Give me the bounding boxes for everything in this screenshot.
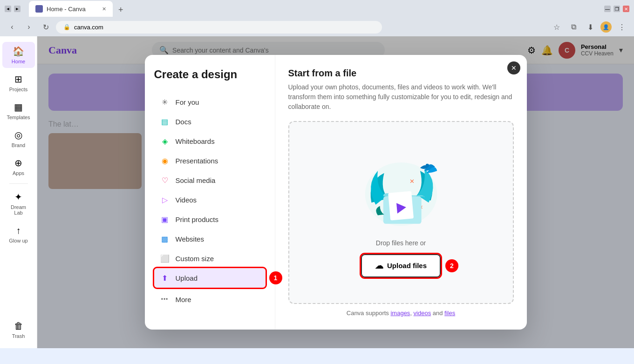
sidebar-item-trash[interactable]: 🗑 Trash [2,317,35,343]
for-you-icon: ✳ [160,97,170,107]
forward-btn[interactable]: › [22,20,35,34]
modal-overlay[interactable]: ✕ Create a design ✳ For you ▤ Docs ◈ [37,36,634,348]
url-input[interactable] [74,24,375,31]
browser-forward-btn[interactable]: ► [14,6,20,12]
presentations-label: Presentations [176,157,218,165]
print-products-icon: ▣ [160,214,170,224]
menu-item-videos[interactable]: ▷ Videos [154,190,266,209]
websites-label: Websites [176,235,204,243]
sidebar-divider [9,183,28,184]
annotation-1: 1 [269,271,282,284]
browser-titlebar: ◄ ► Home - Canva ✕ + — ❐ ✕ [0,0,634,18]
brand-icon: ◎ [13,129,24,141]
menu-item-more[interactable]: ••• More [154,290,266,309]
tab-favicon [35,5,43,13]
drop-zone-text: Drop files here or [376,239,426,247]
profile-btn[interactable]: 👤 [600,21,612,33]
browser-chrome: ◄ ► Home - Canva ✕ + — ❐ ✕ ‹ › ↻ 🔒 ☆ ⧉ [0,0,634,36]
menu-item-social-media[interactable]: ♡ Social media [154,170,266,190]
sidebar-item-dreamlab[interactable]: ✦ Dream Lab [2,188,35,219]
reload-btn[interactable]: ↻ [39,20,52,34]
upload-illustration: ✕ ✕ ✕ [354,148,448,232]
dreamlab-icon: ✦ [13,191,24,202]
menu-item-whiteboards[interactable]: ◈ Whiteboards [154,131,266,151]
sidebar-item-home-label: Home [12,59,25,64]
more-label: More [176,296,191,303]
modal-title: Create a design [154,68,266,81]
browser-back-btn[interactable]: ◄ [5,6,11,12]
projects-icon: ⊞ [13,74,24,85]
social-media-icon: ♡ [160,175,170,185]
upload-drop-zone[interactable]: ✕ ✕ ✕ [288,121,514,304]
support-files-link[interactable]: files [444,310,455,317]
home-icon: 🏠 [13,46,24,57]
social-media-label: Social media [176,176,216,184]
svg-text:✕: ✕ [409,178,415,185]
section-title: Start from a file [288,68,514,79]
videos-icon: ▷ [160,195,170,205]
sidebar-item-glowup-label: Glow up [9,238,27,243]
browser-toolbar: ‹ › ↻ 🔒 ☆ ⧉ ⬇ 👤 ⋮ [0,18,634,36]
menu-item-upload[interactable]: ⬆ Upload [154,268,266,288]
upload-files-button[interactable]: ☁ Upload files [361,254,441,277]
menu-item-presentations[interactable]: ◉ Presentations [154,151,266,170]
sidebar-item-glowup[interactable]: ↑ Glow up [2,221,35,247]
lock-icon: 🔒 [63,24,70,30]
sidebar-item-brand-label: Brand [12,142,25,148]
annotation-2: 2 [445,259,458,272]
sidebar-item-templates-label: Templates [7,115,30,120]
active-tab[interactable]: Home - Canva ✕ [29,1,113,17]
apps-icon: ⊕ [13,157,24,169]
svg-point-7 [425,163,429,167]
menu-btn[interactable]: ⋮ [615,20,628,34]
docs-label: Docs [176,118,191,126]
close-btn[interactable]: ✕ [623,6,629,12]
support-images-link[interactable]: images [390,310,410,317]
trash-icon: 🗑 [13,320,24,331]
tab-title: Home - Canva [47,6,86,13]
upload-icon: ⬆ [160,273,170,283]
menu-item-custom-size[interactable]: ⬜ Custom size [154,249,266,268]
menu-item-docs[interactable]: ▤ Docs [154,112,266,131]
websites-icon: ▩ [160,234,170,244]
sidebar-item-apps[interactable]: ⊕ Apps [2,154,35,180]
maximize-btn[interactable]: ❐ [614,6,620,12]
support-text: Canva supports images, videos and files [288,310,514,317]
sidebar-item-brand[interactable]: ◎ Brand [2,126,35,152]
menu-item-print-products[interactable]: ▣ Print products [154,209,266,229]
upload-label: Upload [176,274,198,282]
custom-size-icon: ⬜ [160,253,170,263]
minimize-btn[interactable]: — [604,6,611,12]
support-videos-link[interactable]: videos [414,310,431,317]
create-design-modal: ✕ Create a design ✳ For you ▤ Docs ◈ [145,55,527,330]
upload-btn-label: Upload files [387,262,427,270]
extensions-btn[interactable]: ⧉ [567,20,580,34]
sidebar-item-templates[interactable]: ▦ Templates [2,98,35,124]
modal-left-panel: Create a design ✳ For you ▤ Docs ◈ White… [145,55,275,330]
new-tab-btn[interactable]: + [115,3,127,17]
whiteboards-icon: ◈ [160,136,170,146]
app-sidebar: 🏠 Home ⊞ Projects ▦ Templates ◎ Brand ⊕ … [0,36,37,348]
more-icon: ••• [160,294,170,304]
sidebar-item-dreamlab-label: Dream Lab [7,204,30,216]
browser-window-controls[interactable]: ◄ ► [5,6,20,12]
glowup-icon: ↑ [13,225,24,236]
sidebar-item-home[interactable]: 🏠 Home [2,42,35,68]
modal-right-panel: Start from a file Upload your own photos… [275,55,527,330]
tab-close-btn[interactable]: ✕ [102,6,106,12]
menu-item-websites[interactable]: ▩ Websites [154,229,266,249]
address-bar[interactable]: 🔒 [56,21,382,34]
bookmark-btn[interactable]: ☆ [550,20,563,34]
docs-icon: ▤ [160,116,170,127]
app-container: 🏠 Home ⊞ Projects ▦ Templates ◎ Brand ⊕ … [0,36,634,348]
back-btn[interactable]: ‹ [6,20,19,34]
menu-item-for-you[interactable]: ✳ For you [154,92,266,112]
upload-cloud-icon: ☁ [375,261,383,271]
tab-bar: Home - Canva ✕ + [24,1,600,17]
sidebar-item-projects[interactable]: ⊞ Projects [2,70,35,96]
download-btn[interactable]: ⬇ [584,20,597,34]
modal-close-btn[interactable]: ✕ [507,61,520,74]
videos-label: Videos [176,196,197,204]
for-you-label: For you [176,98,199,106]
templates-icon: ▦ [13,101,24,113]
